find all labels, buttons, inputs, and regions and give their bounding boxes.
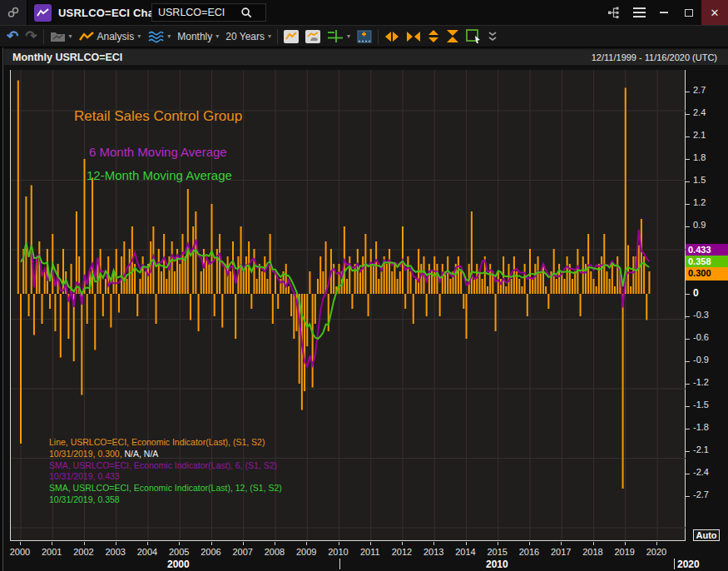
minimize-button[interactable] [651, 0, 676, 25]
y-axis-tick [686, 92, 690, 92]
x-axis-tick [211, 542, 212, 545]
x-axis-label: 2010 [324, 547, 353, 557]
toolbar-separator [378, 29, 379, 44]
toolbar-separator [277, 29, 278, 44]
y-axis-label: -2.7 [693, 489, 726, 499]
expand-horizontal-button[interactable] [381, 27, 403, 46]
undo-button[interactable]: ↶ [3, 27, 22, 46]
annotation-ma6: 6 Month Moving Average [89, 145, 227, 159]
minimize-icon [660, 12, 668, 13]
x-axis-label: 2011 [356, 547, 384, 557]
maximize-icon [685, 9, 693, 17]
decade-separator [339, 559, 340, 569]
link-channel-button[interactable] [0, 0, 27, 25]
share-tree-icon [607, 6, 621, 19]
x-axis-label: 2008 [260, 547, 289, 557]
x-axis-tick [370, 542, 371, 545]
analysis-button[interactable]: Analysis ▾ [76, 27, 145, 46]
x-axis-tick [147, 542, 148, 545]
x-axis-label: 2014 [452, 547, 480, 557]
y-axis-label: -2.4 [693, 467, 726, 477]
y-axis-tick [686, 316, 690, 317]
legend-line-3: SMA, USRLCO=ECI, Economic Indicator(Last… [49, 460, 282, 472]
price-label: 0.300 [686, 267, 728, 281]
y-axis-tick [686, 226, 690, 227]
selection-box-cursor-icon [466, 29, 482, 43]
x-axis-tick [433, 542, 434, 545]
redo-icon: ↷ [25, 27, 37, 45]
y-axis-tick [686, 429, 690, 429]
line-chart-type-button[interactable] [280, 27, 302, 46]
chart-toolbar: ↶ ↷ ▾ Analysis ▾ ▾ Monthly [0, 25, 728, 47]
y-axis-label: -1.2 [693, 377, 726, 387]
expand-vertical-button[interactable] [424, 27, 443, 46]
x-axis-tick [656, 542, 657, 545]
legend-line-4: 10/31/2019, 0.433 [49, 471, 282, 483]
title-bar: USRLCO=ECI Chart [0, 0, 728, 25]
more-tools-button[interactable] [485, 27, 500, 46]
x-axis-tick [84, 542, 85, 545]
measure-tool-button[interactable]: ▾ [324, 27, 354, 46]
x-axis-tick [466, 542, 467, 545]
x-axis-label: 2015 [483, 547, 512, 557]
close-button[interactable]: ✕ [701, 0, 728, 25]
legend-line-1: Line, USRLCO=ECI, Economic Indicator(Las… [49, 437, 282, 449]
menu-button[interactable] [626, 0, 651, 25]
x-axis-tick [179, 542, 180, 545]
price-label: 0.358 [686, 256, 728, 267]
chart-style-button[interactable]: ▾ [144, 27, 174, 46]
x-axis-label: 2003 [102, 547, 130, 557]
auto-scale-button[interactable]: Auto [693, 529, 720, 541]
expand-vertical-icon [428, 29, 439, 43]
line-chart-icon [284, 30, 299, 43]
y-axis-tick [686, 496, 690, 497]
application-window: USRLCO=ECI Chart [0, 0, 728, 571]
search-icon[interactable] [240, 7, 253, 19]
chevron-down-icon: ▾ [268, 32, 271, 40]
symbol-search-box[interactable] [151, 3, 266, 22]
x-axis-tick [402, 542, 403, 545]
redo-button[interactable]: ↷ [22, 27, 40, 46]
y-axis-tick [686, 339, 690, 340]
open-chart-button[interactable]: ▾ [47, 27, 76, 46]
y-axis-tick [686, 204, 690, 205]
interval-select[interactable]: Monthly ▾ [174, 27, 222, 46]
analysis-label: Analysis [97, 31, 135, 42]
range-select[interactable]: 20 Years ▾ [222, 27, 275, 46]
chart-pane-header: Monthly USRLCO=ECI 12/11/1999 - 11/16/20… [4, 49, 728, 65]
y-axis-label: 1.2 [693, 197, 726, 207]
x-axis-label: 2019 [611, 547, 639, 557]
x-axis-tick [498, 542, 498, 545]
y-axis-label: -1.5 [693, 400, 726, 410]
y-axis[interactable]: 2.72.42.11.81.51.20.90.60.30-0.3-0.6-0.9… [686, 70, 728, 571]
x-axis-label: 2002 [70, 547, 98, 557]
selection-tool-button[interactable] [463, 27, 485, 46]
x-axis-tick [339, 542, 339, 545]
double-chevron-down-icon [488, 32, 497, 42]
level-line-icon [327, 29, 344, 43]
add-pane-button[interactable] [354, 27, 375, 46]
chevron-down-icon: ▾ [215, 32, 219, 40]
compress-horizontal-button[interactable] [403, 27, 424, 46]
y-axis-label: -0.9 [693, 355, 726, 365]
symbol-search-input[interactable] [152, 7, 240, 18]
x-axis-tick [52, 542, 52, 545]
x-axis-label: 2009 [292, 547, 320, 557]
legend-line-5: SMA, USRLCO=ECI, Economic Indicator(Last… [49, 483, 282, 494]
annotation-ma12: 12-Month Moving Average [87, 168, 232, 182]
share-tree-button[interactable] [602, 0, 626, 25]
maximize-button[interactable] [676, 0, 701, 25]
close-icon: ✕ [711, 7, 720, 19]
x-axis-label: 2016 [515, 547, 543, 557]
toolbar-separator [43, 29, 44, 44]
analysis-zigzag-icon [79, 31, 94, 42]
legend-line-2: 10/31/2019, 0.300, N/A, N/A [49, 449, 282, 460]
x-axis-tick [275, 542, 275, 545]
chart-app-icon [34, 4, 52, 22]
x-axis-tick [116, 542, 116, 545]
y-axis-tick [686, 137, 690, 137]
compress-vertical-button[interactable] [443, 27, 463, 46]
y-axis-label: 2.4 [693, 107, 726, 117]
pan-chart-button[interactable] [302, 27, 324, 46]
undo-icon: ↶ [7, 27, 18, 45]
